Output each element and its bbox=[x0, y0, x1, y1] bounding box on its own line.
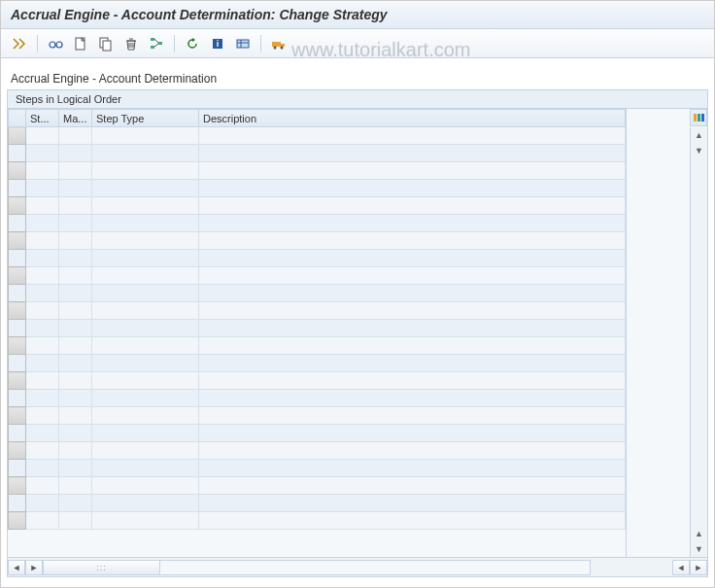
cell-description[interactable] bbox=[199, 355, 626, 372]
cell-step-type[interactable] bbox=[92, 460, 199, 477]
cell-step[interactable] bbox=[26, 215, 59, 232]
cell-step[interactable] bbox=[26, 390, 59, 407]
cell-step[interactable] bbox=[26, 232, 59, 250]
cell-step-type[interactable] bbox=[92, 232, 199, 250]
cell-step[interactable] bbox=[26, 407, 59, 425]
cell-step-type[interactable] bbox=[92, 285, 199, 302]
cell-step-type[interactable] bbox=[92, 267, 199, 285]
cell-manual[interactable] bbox=[59, 442, 92, 460]
table-row[interactable] bbox=[9, 232, 626, 250]
scroll-down2-icon[interactable]: ▼ bbox=[692, 541, 707, 557]
column-step-type[interactable]: Step Type bbox=[92, 110, 199, 127]
cell-step-type[interactable] bbox=[92, 355, 199, 372]
cell-description[interactable] bbox=[199, 250, 626, 267]
cell-step[interactable] bbox=[26, 145, 59, 162]
cell-description[interactable] bbox=[199, 285, 626, 302]
cell-step-type[interactable] bbox=[92, 180, 199, 197]
table-row[interactable] bbox=[9, 145, 626, 162]
cell-description[interactable] bbox=[199, 477, 626, 495]
copy-icon[interactable] bbox=[95, 33, 117, 54]
table-row[interactable] bbox=[9, 407, 626, 425]
cell-manual[interactable] bbox=[59, 250, 92, 267]
scroll-up2-icon[interactable]: ▲ bbox=[692, 526, 707, 541]
info-icon[interactable]: i bbox=[207, 33, 228, 54]
cell-step[interactable] bbox=[26, 425, 59, 442]
cell-manual[interactable] bbox=[59, 477, 92, 495]
cell-step-type[interactable] bbox=[92, 127, 199, 145]
cell-manual[interactable] bbox=[59, 495, 92, 512]
cell-step-type[interactable] bbox=[92, 337, 199, 355]
steps-grid[interactable]: St... Ma... Step Type Description bbox=[8, 109, 626, 557]
cell-step-type[interactable] bbox=[92, 302, 199, 320]
cell-step-type[interactable] bbox=[92, 145, 199, 162]
cell-step[interactable] bbox=[26, 180, 59, 197]
glasses-icon[interactable] bbox=[45, 33, 66, 54]
column-selector[interactable] bbox=[9, 110, 26, 127]
cell-description[interactable] bbox=[199, 232, 626, 250]
cell-step[interactable] bbox=[26, 460, 59, 477]
cell-description[interactable] bbox=[199, 512, 626, 530]
cell-manual[interactable] bbox=[59, 390, 92, 407]
table-row[interactable] bbox=[9, 442, 626, 460]
column-step[interactable]: St... bbox=[26, 110, 59, 127]
row-selector[interactable] bbox=[9, 442, 26, 460]
row-selector[interactable] bbox=[9, 250, 26, 267]
row-selector[interactable] bbox=[9, 162, 26, 180]
row-selector[interactable] bbox=[9, 390, 26, 407]
cell-step[interactable] bbox=[26, 337, 59, 355]
cell-manual[interactable] bbox=[59, 267, 92, 285]
table-row[interactable] bbox=[9, 372, 626, 390]
table-row[interactable] bbox=[9, 180, 626, 197]
delete-icon[interactable] bbox=[120, 33, 142, 54]
row-selector[interactable] bbox=[9, 145, 26, 162]
cell-step[interactable] bbox=[26, 372, 59, 390]
settings-icon[interactable] bbox=[232, 33, 254, 54]
cell-step-type[interactable] bbox=[92, 407, 199, 425]
row-selector[interactable] bbox=[9, 267, 26, 285]
tree-icon[interactable] bbox=[146, 33, 167, 54]
cell-step-type[interactable] bbox=[92, 477, 199, 495]
cell-step-type[interactable] bbox=[92, 215, 199, 232]
row-selector[interactable] bbox=[9, 460, 26, 477]
horizontal-scrollbar[interactable]: ◄ ► ::: ◄ ► bbox=[8, 557, 707, 576]
cell-description[interactable] bbox=[199, 145, 626, 162]
cell-manual[interactable] bbox=[59, 407, 92, 425]
cell-step[interactable] bbox=[26, 197, 59, 215]
cell-step[interactable] bbox=[26, 302, 59, 320]
row-selector[interactable] bbox=[9, 372, 26, 390]
cell-step[interactable] bbox=[26, 162, 59, 180]
cell-description[interactable] bbox=[199, 372, 626, 390]
table-row[interactable] bbox=[9, 215, 626, 232]
cell-manual[interactable] bbox=[59, 355, 92, 372]
cell-step-type[interactable] bbox=[92, 390, 199, 407]
row-selector[interactable] bbox=[9, 407, 26, 425]
table-row[interactable] bbox=[9, 127, 626, 145]
row-selector[interactable] bbox=[9, 425, 26, 442]
table-row[interactable] bbox=[9, 477, 626, 495]
scroll-right2-icon[interactable]: ► bbox=[690, 560, 707, 575]
transport-icon[interactable] bbox=[268, 33, 289, 54]
table-row[interactable] bbox=[9, 390, 626, 407]
cell-description[interactable] bbox=[199, 162, 626, 180]
cell-step-type[interactable] bbox=[92, 372, 199, 390]
table-row[interactable] bbox=[9, 495, 626, 512]
table-row[interactable] bbox=[9, 337, 626, 355]
cell-manual[interactable] bbox=[59, 425, 92, 442]
cell-step-type[interactable] bbox=[92, 320, 199, 337]
cell-description[interactable] bbox=[199, 180, 626, 197]
cell-step[interactable] bbox=[26, 512, 59, 530]
column-description[interactable]: Description bbox=[199, 110, 626, 127]
cell-description[interactable] bbox=[199, 215, 626, 232]
row-selector[interactable] bbox=[9, 180, 26, 197]
cell-step-type[interactable] bbox=[92, 512, 199, 530]
cell-step-type[interactable] bbox=[92, 250, 199, 267]
column-manual[interactable]: Ma... bbox=[59, 110, 92, 127]
cell-description[interactable] bbox=[199, 302, 626, 320]
row-selector[interactable] bbox=[9, 197, 26, 215]
cell-description[interactable] bbox=[199, 425, 626, 442]
cell-step-type[interactable] bbox=[92, 162, 199, 180]
configure-columns-icon[interactable] bbox=[690, 109, 707, 126]
cell-description[interactable] bbox=[199, 407, 626, 425]
scroll-left2-icon[interactable]: ◄ bbox=[672, 560, 690, 575]
cell-description[interactable] bbox=[199, 320, 626, 337]
